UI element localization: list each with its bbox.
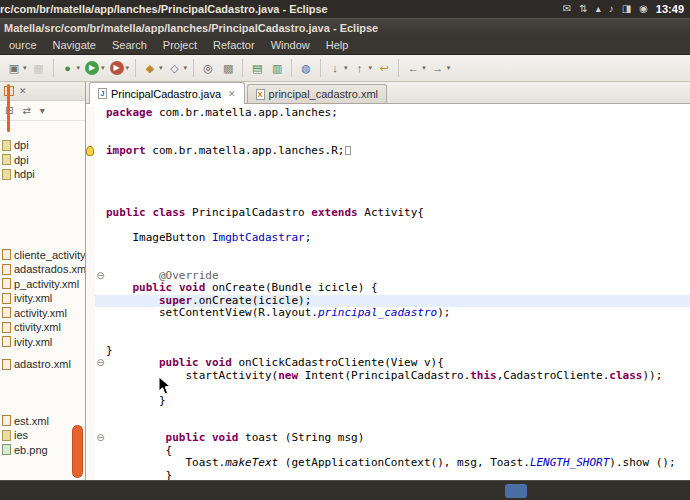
code-text[interactable]: } xyxy=(106,395,690,408)
open-browser-button[interactable]: ◍ xyxy=(296,57,316,79)
explorer-item[interactable]: cliente_activity.x xyxy=(0,248,85,263)
code-text[interactable]: public void onCreate(Bundle icicle) { xyxy=(106,282,690,295)
close-view-icon[interactable]: ✕ xyxy=(19,86,27,96)
code-text[interactable] xyxy=(106,170,690,183)
code-text[interactable] xyxy=(106,182,690,195)
debug-button[interactable]: ●▾ xyxy=(58,57,83,79)
code-text[interactable]: } xyxy=(106,470,690,481)
next-annotation-dropdown[interactable]: ▾ xyxy=(344,64,348,72)
save-button[interactable]: ▦ xyxy=(29,57,49,79)
code-text[interactable] xyxy=(106,257,690,270)
debug-dropdown[interactable]: ▾ xyxy=(77,64,81,72)
volume-icon[interactable]: ♪ xyxy=(609,0,614,18)
previous-annotation-dropdown[interactable]: ▾ xyxy=(369,64,373,72)
fold-collapse-icon[interactable]: ⊖ xyxy=(95,270,106,283)
run-button[interactable]: ▶▾ xyxy=(82,57,107,79)
tab-close-icon[interactable]: ✕ xyxy=(228,89,236,99)
code-text[interactable]: public void toast (String msg) xyxy=(106,432,690,445)
external-tools-button[interactable]: ▶▾ xyxy=(107,57,132,79)
code-text[interactable] xyxy=(106,332,690,345)
run-dropdown[interactable]: ▾ xyxy=(101,64,105,72)
code-text[interactable]: public class PrincipalCadastro extends A… xyxy=(106,207,690,220)
code-text[interactable] xyxy=(106,420,690,433)
chat-icon[interactable]: ✉ xyxy=(563,0,571,18)
code-text[interactable] xyxy=(106,320,690,333)
android-sdk-manager-button[interactable]: ▤ xyxy=(247,57,267,79)
code-text[interactable] xyxy=(106,220,690,233)
menu-item-4[interactable]: Refactor xyxy=(205,37,263,53)
link-with-editor-icon[interactable]: ⇄ xyxy=(22,105,30,116)
menu-item-0[interactable]: ource xyxy=(1,37,45,53)
explorer-item[interactable]: ivity.xml xyxy=(0,335,85,350)
javadoc-wizard-dropdown[interactable]: ▾ xyxy=(184,64,188,72)
explorer-item[interactable]: p_activity.xml xyxy=(0,277,85,292)
external-tools-dropdown[interactable]: ▾ xyxy=(126,64,130,72)
editor-tab-1[interactable]: Xprincipal_cadastro.xml xyxy=(247,84,387,103)
code-text[interactable]: super.onCreate(icicle); xyxy=(106,295,690,308)
explorer-item[interactable]: ctivity.xml xyxy=(0,320,85,335)
editor-tab-0[interactable]: JPrincipalCadastro.java✕ xyxy=(89,82,245,104)
new-dropdown[interactable]: ▾ xyxy=(23,64,27,72)
menu-item-5[interactable]: Window xyxy=(263,37,318,53)
code-text[interactable] xyxy=(106,382,690,395)
menu-item-6[interactable]: Help xyxy=(318,37,357,53)
code-text[interactable] xyxy=(106,245,690,258)
new-jar-button[interactable]: ◆▾ xyxy=(140,57,165,79)
code-token: startActivity( xyxy=(106,370,278,382)
code-text[interactable]: Toast.makeText (getApplicationContext(),… xyxy=(106,457,690,470)
network-icon[interactable]: ▴ xyxy=(596,0,601,18)
code-text[interactable] xyxy=(106,120,690,133)
status-chip[interactable] xyxy=(505,484,527,498)
back-button[interactable]: ←▾ xyxy=(403,57,428,79)
explorer-item[interactable]: adastro.xml xyxy=(0,357,85,372)
code-text[interactable] xyxy=(106,407,690,420)
previous-annotation-button[interactable]: ↑▾ xyxy=(350,57,375,79)
code-editor[interactable]: package com.br.matella.app.lanches;impor… xyxy=(86,104,690,480)
code-text[interactable]: import com.br.matella.app.lanches.R; xyxy=(106,145,690,158)
back-dropdown[interactable]: ▾ xyxy=(422,64,426,72)
explorer-item[interactable]: dpi xyxy=(0,153,85,168)
window-titlebar[interactable]: Matella/src/com/br/matella/app/lanches/P… xyxy=(0,18,690,36)
next-annotation-button[interactable]: ↓▾ xyxy=(325,57,350,79)
overlay-scrollbar-thumb[interactable] xyxy=(72,425,83,478)
explorer-item[interactable]: hdpi xyxy=(0,167,85,182)
new-jar-dropdown[interactable]: ▾ xyxy=(159,64,163,72)
overlay-scrollbar-strip[interactable] xyxy=(7,84,10,132)
new-button[interactable]: ▣▾ xyxy=(4,57,29,79)
clock[interactable]: 13:49 xyxy=(656,3,684,15)
explorer-item[interactable]: est.xml xyxy=(0,414,85,429)
battery-icon[interactable]: ◨ xyxy=(622,0,631,18)
forward-button[interactable]: →▾ xyxy=(428,57,453,79)
code-text[interactable]: startActivity(new Intent(PrincipalCadast… xyxy=(106,370,690,383)
code-text[interactable] xyxy=(106,132,690,145)
code-text[interactable]: package com.br.matella.app.lanches; xyxy=(106,107,690,120)
code-text[interactable]: public void onClickCadastroCliente(View … xyxy=(106,357,690,370)
last-edit-location-button[interactable]: ↩ xyxy=(374,57,394,79)
forward-dropdown[interactable]: ▾ xyxy=(447,64,451,72)
session-icon[interactable]: ◉ xyxy=(639,0,648,18)
menu-item-1[interactable]: Navigate xyxy=(45,37,104,53)
code-token: .onCreate(icicle); xyxy=(192,295,311,307)
code-text[interactable]: } xyxy=(106,345,690,358)
explorer-item[interactable]: dpi xyxy=(0,138,85,153)
menu-item-3[interactable]: Project xyxy=(155,37,205,53)
code-text[interactable]: setContentView(R.layout.principal_cadast… xyxy=(106,307,690,320)
code-text[interactable]: { xyxy=(106,445,690,458)
code-text[interactable] xyxy=(106,157,690,170)
code-text[interactable] xyxy=(106,195,690,208)
explorer-item[interactable]: activity.xml xyxy=(0,306,85,321)
view-menu-icon[interactable]: ▾ xyxy=(40,105,45,116)
menu-item-2[interactable]: Search xyxy=(104,37,155,53)
search-button[interactable]: ◎ xyxy=(198,57,218,79)
code-text[interactable]: @Override xyxy=(106,270,690,283)
android-virtual-device-manager-button[interactable]: ▥ xyxy=(267,57,287,79)
javadoc-wizard-button[interactable]: ◇▾ xyxy=(165,57,190,79)
mark-occurrences-button[interactable]: ▩ xyxy=(218,57,238,79)
explorer-item[interactable]: adastrados.xml xyxy=(0,262,85,277)
bluetooth-icon[interactable]: ⇅ xyxy=(579,0,587,18)
fold-collapse-icon[interactable]: ⊖ xyxy=(95,432,106,445)
fold-collapse-icon[interactable]: ⊖ xyxy=(95,357,106,370)
code-text[interactable]: ImageButton ImgbtCadastrar; xyxy=(106,232,690,245)
explorer-item[interactable]: ivity.xml xyxy=(0,291,85,306)
annotation-ruler xyxy=(86,457,95,470)
